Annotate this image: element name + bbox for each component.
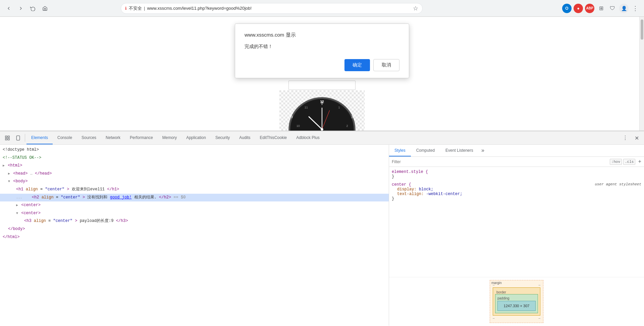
tab-adblock[interactable]: Adblock Plus bbox=[291, 131, 324, 144]
devtools-close-button[interactable]: ✕ bbox=[631, 131, 642, 145]
styles-filter-bar: :hov .cls + bbox=[389, 157, 644, 167]
devtools-main: <!doctype html> <!--STATUS OK--> ▶ <html… bbox=[0, 145, 644, 326]
devtools-panel: Elements Console Sources Network Perform… bbox=[0, 131, 644, 326]
line-body-close: </body> bbox=[0, 225, 389, 233]
clock-image: 12 3 9 1 2 11 10 bbox=[265, 90, 379, 131]
line-center2: ▼ <center> bbox=[0, 209, 389, 218]
line-h2[interactable]: ... <h2 align = "center" > 没有找到和 good jo… bbox=[0, 194, 389, 202]
box-margin: margin – – border padding 1247.330 × 307 bbox=[490, 280, 543, 323]
svg-rect-20 bbox=[5, 136, 7, 138]
svg-text:10: 10 bbox=[297, 124, 300, 128]
expand-center2[interactable]: ▼ bbox=[16, 212, 18, 215]
extension-outlook-icon[interactable]: O bbox=[562, 4, 572, 13]
forward-button[interactable] bbox=[16, 4, 25, 13]
styles-tab-event-listeners[interactable]: Event Listeners bbox=[440, 145, 479, 156]
home-button[interactable] bbox=[40, 4, 50, 13]
url-text: www.xsscms.com/level11.php?keyword=good%… bbox=[147, 6, 411, 11]
reload-button[interactable] bbox=[28, 4, 38, 13]
svg-point-19 bbox=[321, 128, 323, 131]
padding-label: padding bbox=[497, 296, 536, 300]
element-style-rule: element.style { } bbox=[392, 170, 641, 179]
toolbar-separator bbox=[25, 134, 25, 142]
inspector-icon[interactable] bbox=[2, 131, 13, 145]
styles-filter-input[interactable] bbox=[392, 159, 608, 164]
confirm-button[interactable]: 确定 bbox=[344, 59, 370, 71]
tab-console[interactable]: Console bbox=[53, 131, 77, 144]
margin-label: margin bbox=[491, 281, 502, 285]
line-center1: ▶ <center> bbox=[0, 201, 389, 209]
alert-header: www.xsscms.com 显示 bbox=[245, 32, 399, 38]
line-body: ▼ <body> bbox=[0, 178, 389, 186]
page-content: www.xsscms.com 显示 完成的不错！ 确定 取消 bbox=[0, 17, 644, 131]
page-search-input[interactable] bbox=[288, 81, 356, 90]
border-label: border bbox=[496, 290, 539, 294]
styles-tab-computed[interactable]: Computed bbox=[411, 145, 440, 156]
box-padding: padding 1247.330 × 307 bbox=[495, 294, 538, 313]
styles-tabs: Styles Computed Event Listeners » bbox=[389, 145, 644, 157]
menu-icon[interactable]: ⋮ bbox=[631, 4, 640, 13]
tab-elements[interactable]: Elements bbox=[26, 131, 53, 144]
tab-memory[interactable]: Memory bbox=[158, 131, 181, 144]
security-icon: ℹ bbox=[125, 6, 127, 11]
hov-button[interactable]: :hov bbox=[610, 159, 622, 165]
add-style-rule-button[interactable]: + bbox=[638, 159, 641, 165]
toolbar-extensions: O ● ABP ⊞ 🛡 👤 ⋮ bbox=[562, 4, 640, 13]
expand-body[interactable]: ▼ bbox=[8, 180, 10, 183]
box-model: margin – – border padding 1247.330 × 307 bbox=[490, 280, 543, 323]
line-comment: <!--STATUS OK--> bbox=[0, 154, 389, 162]
browser-toolbar: ℹ 不安全 | www.xsscms.com/level11.php?keywo… bbox=[0, 0, 644, 17]
scrollbar-thumb[interactable] bbox=[641, 19, 643, 40]
tab-editthiscookie[interactable]: EditThisCookie bbox=[255, 131, 292, 144]
address-bar[interactable]: ℹ 不安全 | www.xsscms.com/level11.php?keywo… bbox=[121, 3, 423, 14]
svg-text:11: 11 bbox=[305, 106, 308, 109]
alert-message: 完成的不错！ bbox=[245, 44, 399, 50]
tab-audits[interactable]: Audits bbox=[234, 131, 255, 144]
more-tabs-button[interactable]: ⋮ bbox=[619, 131, 631, 144]
page-scrollbar[interactable] bbox=[639, 17, 644, 131]
alert-dialog: www.xsscms.com 显示 完成的不错！ 确定 取消 bbox=[235, 24, 409, 78]
line-head: ▶ <head> … </head> bbox=[0, 170, 389, 178]
tab-security[interactable]: Security bbox=[211, 131, 234, 144]
svg-text:2: 2 bbox=[346, 124, 348, 128]
url-prefix: 不安全 bbox=[129, 5, 142, 11]
tab-application[interactable]: Application bbox=[181, 131, 211, 144]
styles-tab-styles[interactable]: Styles bbox=[389, 145, 411, 156]
line-h3: <h3 align = "center" > payload的长度:9 </h3… bbox=[0, 217, 389, 225]
box-border: border padding 1247.330 × 307 bbox=[493, 287, 540, 316]
cls-button[interactable]: .cls bbox=[623, 159, 635, 165]
alert-buttons: 确定 取消 bbox=[245, 59, 399, 71]
styles-panel: Styles Computed Event Listeners » :hov .… bbox=[389, 145, 644, 326]
tab-performance[interactable]: Performance bbox=[125, 131, 158, 144]
extension-avatar-icon[interactable]: 👤 bbox=[619, 4, 629, 13]
device-toolbar-icon[interactable] bbox=[13, 131, 23, 145]
svg-text:3: 3 bbox=[351, 115, 353, 119]
elements-panel: <!doctype html> <!--STATUS OK--> ▶ <html… bbox=[0, 145, 389, 326]
content-size: 1247.330 × 307 bbox=[504, 304, 530, 308]
box-model-area: margin – – border padding 1247.330 × 307 bbox=[389, 277, 644, 326]
extension-screenshot-icon[interactable]: ⊞ bbox=[596, 4, 606, 13]
svg-rect-22 bbox=[5, 138, 7, 140]
expand-html[interactable]: ▶ bbox=[3, 164, 5, 168]
back-button[interactable] bbox=[4, 4, 13, 13]
tab-network[interactable]: Network bbox=[101, 131, 125, 144]
devtools-toolbar: Elements Console Sources Network Perform… bbox=[0, 131, 644, 145]
center-style-rule: center { user agent stylesheet display: … bbox=[392, 182, 641, 201]
svg-rect-21 bbox=[8, 136, 9, 138]
tab-sources[interactable]: Sources bbox=[77, 131, 101, 144]
expand-head[interactable]: ▶ bbox=[8, 172, 10, 176]
extension-record-icon[interactable]: ● bbox=[574, 4, 583, 13]
styles-more-tabs[interactable]: » bbox=[479, 145, 487, 156]
cancel-button[interactable]: 取消 bbox=[373, 59, 399, 71]
box-content-size: 1247.330 × 307 bbox=[497, 301, 536, 311]
line-html-close: </html> bbox=[0, 233, 389, 241]
line-html: ▶ <html> bbox=[0, 162, 389, 170]
svg-rect-23 bbox=[8, 138, 9, 140]
expand-center1[interactable]: ▶ bbox=[16, 203, 18, 207]
svg-text:9: 9 bbox=[291, 115, 293, 119]
star-icon[interactable]: ☆ bbox=[413, 5, 418, 12]
extension-adblock-icon[interactable]: ABP bbox=[585, 4, 594, 13]
line-h1: <h1 align = "center" > 欢迎来到level11 </h1> bbox=[0, 186, 389, 194]
line-doctype: <!doctype html> bbox=[0, 146, 389, 154]
extension-shield-icon[interactable]: 🛡 bbox=[608, 4, 617, 13]
svg-text:1: 1 bbox=[338, 106, 340, 109]
